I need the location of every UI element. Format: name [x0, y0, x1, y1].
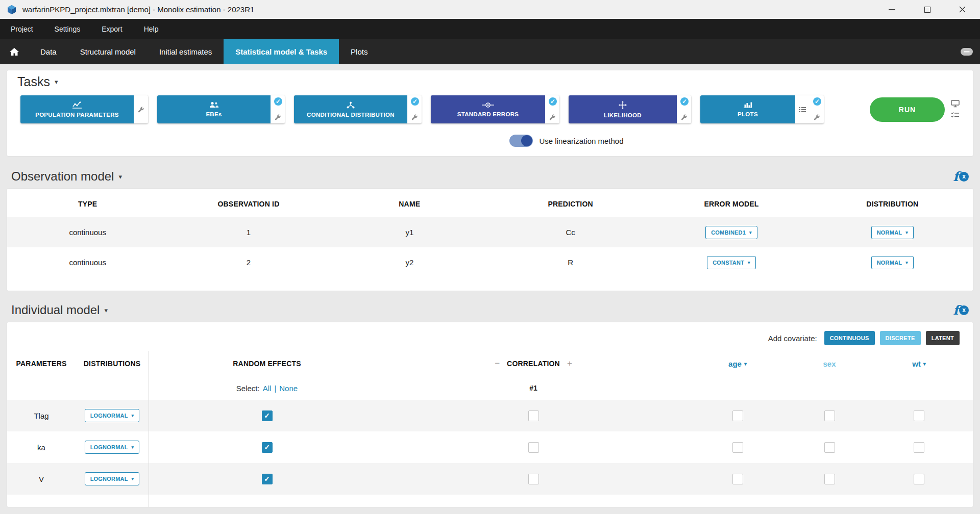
conditional-distribution-button[interactable]: CONDITIONAL DISTRIBUTION [294, 95, 407, 123]
age-covariate-checkbox[interactable] [732, 474, 743, 484]
select-all-link[interactable]: All [263, 384, 272, 393]
wrench-icon[interactable] [814, 114, 820, 120]
linearization-toggle[interactable] [509, 135, 533, 147]
minimize-icon [889, 9, 895, 10]
covariate-header-wt[interactable]: wt [865, 359, 973, 368]
task-done-badge [679, 96, 690, 107]
sex-covariate-checkbox[interactable] [824, 442, 835, 453]
plots-button[interactable]: PLOTS [700, 95, 795, 123]
crosshair-icon [619, 101, 627, 110]
correlation-group-label: #1 [385, 384, 681, 392]
run-settings-icon[interactable] [951, 100, 960, 108]
parameter-row-v: V LOGNORMAL [7, 463, 973, 495]
standard-errors-button[interactable]: STANDARD ERRORS [431, 95, 545, 123]
correlation-add-button[interactable]: + [567, 358, 572, 369]
formula-icon[interactable]: f [953, 304, 969, 317]
add-covariate-label: Add covariate: [768, 334, 817, 343]
sex-covariate-checkbox[interactable] [824, 474, 835, 484]
run-button[interactable]: RUN [870, 97, 945, 122]
observation-row-y1: continuous 1 y1 Cc COMBINED1 NORMAL [7, 217, 973, 247]
obs-id: 1 [168, 228, 329, 237]
interval-icon [482, 102, 494, 109]
distribution-dropdown[interactable]: NORMAL [871, 226, 914, 239]
error-model-dropdown[interactable]: CONSTANT [707, 256, 756, 269]
task-done-badge [410, 96, 420, 107]
task-done-badge [812, 96, 822, 107]
maximize-icon [924, 7, 930, 13]
tasks-heading[interactable]: Tasks [17, 74, 58, 89]
task-checklist-icon[interactable] [951, 112, 960, 119]
feedback-icon[interactable] [961, 48, 973, 56]
random-effect-checkbox[interactable] [262, 442, 273, 453]
task-likelihood: LIKELIHOOD [569, 95, 691, 123]
monolix-logo-icon [6, 4, 17, 15]
sex-covariate-checkbox[interactable] [824, 410, 835, 421]
close-button[interactable] [945, 0, 980, 19]
random-effect-checkbox[interactable] [262, 474, 273, 484]
correlation-remove-button[interactable]: − [495, 358, 500, 369]
population-parameters-button[interactable]: POPULATION PARAMETERS [20, 95, 134, 123]
plot-list-icon[interactable] [799, 107, 806, 113]
individual-model-heading[interactable]: Individual model [11, 303, 108, 317]
parameter-name: Tlag [7, 412, 76, 420]
formula-icon[interactable]: f [953, 170, 969, 183]
age-covariate-checkbox[interactable] [732, 410, 743, 421]
tab-structural-model[interactable]: Structural model [68, 39, 148, 64]
tab-statistical-model-tasks[interactable]: Statistical model & Tasks [224, 39, 339, 64]
col-observation-id: OBSERVATION ID [168, 200, 329, 208]
likelihood-button[interactable]: LIKELIHOOD [569, 95, 677, 123]
add-discrete-covariate-button[interactable]: DISCRETE [880, 331, 921, 345]
ebes-button[interactable]: EBEs [157, 95, 271, 123]
wrench-icon[interactable] [275, 114, 281, 120]
add-latent-covariate-button[interactable]: LATENT [926, 331, 960, 345]
task-population-parameters: POPULATION PARAMETERS [20, 95, 148, 123]
distribution-dropdown[interactable]: LOGNORMAL [85, 472, 140, 485]
col-error-model: ERROR MODEL [651, 200, 812, 208]
distribution-dropdown[interactable]: LOGNORMAL [85, 441, 140, 454]
wrench-icon[interactable] [681, 114, 688, 120]
title-bar: warfarinPKPD_project.mlxtran [demo] - Mo… [0, 0, 980, 19]
correlation-checkbox[interactable] [528, 474, 539, 484]
tab-data[interactable]: Data [29, 39, 68, 64]
linearization-label: Use linearization method [539, 137, 623, 145]
individual-model-heading-row: Individual model f [11, 303, 969, 317]
select-none-link[interactable]: None [279, 384, 298, 393]
random-effect-checkbox[interactable] [262, 410, 273, 421]
wrench-icon[interactable] [138, 106, 144, 113]
obs-id: 2 [168, 258, 329, 267]
correlation-checkbox[interactable] [528, 442, 539, 453]
menu-settings[interactable]: Settings [44, 19, 91, 39]
people-icon [209, 101, 219, 109]
menu-export[interactable]: Export [91, 19, 133, 39]
menu-help[interactable]: Help [133, 19, 169, 39]
home-tab[interactable] [0, 39, 29, 64]
column-divider [149, 351, 149, 507]
obs-type: continuous [7, 258, 168, 267]
covariate-header-age[interactable]: age [681, 359, 794, 368]
add-continuous-covariate-button[interactable]: CONTINUOUS [824, 331, 875, 345]
distribution-dropdown[interactable]: NORMAL [871, 256, 914, 269]
minimize-button[interactable] [874, 0, 910, 19]
tab-bar: Data Structural model Initial estimates … [0, 39, 980, 64]
covariate-header-sex[interactable]: sex [794, 359, 865, 368]
wrench-icon[interactable] [549, 114, 556, 120]
tab-plots[interactable]: Plots [339, 39, 379, 64]
wt-covariate-checkbox[interactable] [914, 474, 924, 484]
wt-covariate-checkbox[interactable] [914, 410, 924, 421]
observation-model-heading[interactable]: Observation model [11, 169, 122, 184]
age-covariate-checkbox[interactable] [732, 442, 743, 453]
maximize-button[interactable] [910, 0, 945, 19]
correlation-checkbox[interactable] [528, 410, 539, 421]
close-icon [959, 6, 966, 13]
individual-model-panel: Add covariate: CONTINUOUS DISCRETE LATEN… [7, 322, 973, 507]
menu-project[interactable]: Project [0, 19, 44, 39]
individual-table-subheader: Select: All | None #1 [7, 376, 973, 400]
wt-covariate-checkbox[interactable] [914, 442, 924, 453]
wrench-icon[interactable] [411, 114, 418, 120]
main-content: Tasks POPULATION PARAMETERS [0, 64, 980, 507]
tab-initial-estimates[interactable]: Initial estimates [148, 39, 224, 64]
error-model-dropdown[interactable]: COMBINED1 [705, 226, 757, 239]
task-done-badge [548, 96, 558, 107]
distribution-dropdown[interactable]: LOGNORMAL [85, 409, 140, 422]
parameter-name: V [7, 475, 76, 483]
